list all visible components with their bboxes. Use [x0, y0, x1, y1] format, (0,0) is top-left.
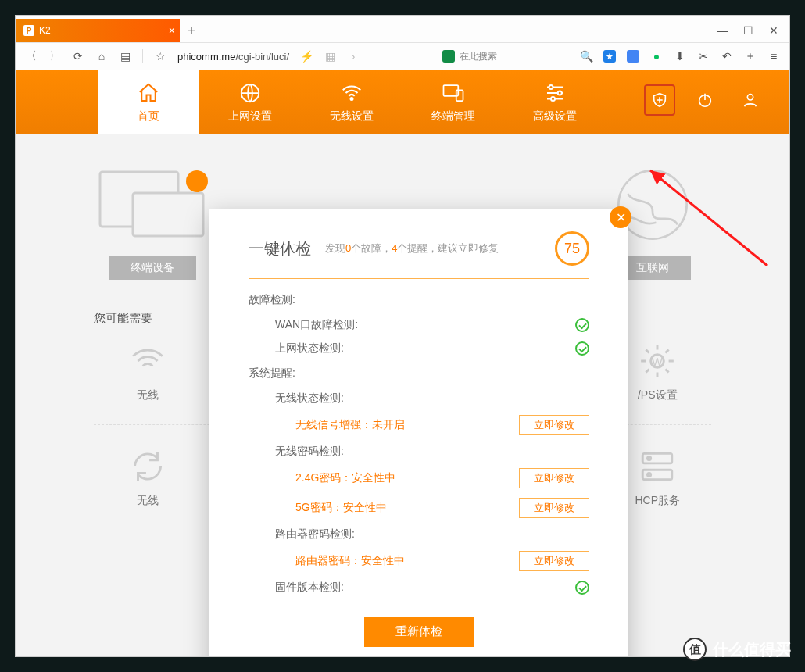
warn-router-pwd: 路由器密码：安全性中立即修改	[249, 546, 589, 576]
svg-point-7	[549, 85, 553, 89]
reload-icon[interactable]: ⟳	[72, 50, 84, 63]
nav-internet[interactable]: 上网设置	[199, 70, 301, 134]
star-icon[interactable]: ☆	[154, 50, 166, 63]
cut-icon[interactable]: ✂	[697, 50, 710, 63]
svg-point-21	[648, 457, 651, 460]
undo-icon[interactable]: ↶	[721, 50, 733, 63]
top-nav: 首页 上网设置 无线设置 终端管理 高级设置	[16, 70, 789, 134]
section-system: 系统提醒:	[249, 366, 589, 381]
check-wifi-pwd: 无线密码检测:	[249, 440, 589, 463]
close-icon[interactable]: ✕	[769, 24, 778, 37]
search-box[interactable]: 在此搜索	[442, 50, 497, 63]
svg-point-9	[551, 97, 555, 101]
tab-favicon: P	[23, 25, 34, 36]
page-content: 首页 上网设置 无线设置 终端管理 高级设置	[16, 70, 789, 656]
fix-button[interactable]: 立即修改	[519, 551, 589, 571]
modal-title: 一键体检	[249, 238, 311, 259]
titlebar: P K2 × + — ☐ ✕	[16, 16, 789, 42]
svg-point-8	[558, 91, 562, 95]
minimize-icon[interactable]: —	[717, 24, 728, 37]
chevron-right-icon[interactable]: ›	[347, 50, 360, 63]
modal-divider	[249, 278, 589, 279]
back-icon[interactable]: 〈	[25, 50, 38, 63]
watermark-text: 什么值得买	[713, 639, 791, 660]
svg-point-4	[351, 98, 353, 100]
grid-wireless[interactable]: 无线	[94, 341, 202, 402]
nav-label: 无线设置	[330, 109, 374, 123]
qr-icon[interactable]: ▦	[324, 50, 336, 63]
modal-summary: 发现0个故障，4个提醒，建议立即修复	[325, 241, 499, 256]
home-icon	[137, 81, 160, 105]
wifi-icon	[340, 81, 363, 105]
check-ok-icon	[575, 341, 589, 356]
wechat-icon[interactable]: ●	[650, 50, 663, 63]
user-icon[interactable]	[735, 84, 766, 116]
translate-icon[interactable]	[627, 50, 639, 63]
svg-point-22	[648, 473, 651, 476]
nav-clients[interactable]: 终端管理	[402, 70, 504, 134]
reader-icon[interactable]: ▤	[119, 50, 131, 63]
home-icon[interactable]: ⌂	[95, 50, 108, 63]
svg-point-15	[186, 170, 208, 192]
svg-rect-14	[133, 193, 203, 236]
warn-wifi-boost: 无线信号增强：未开启立即修改	[249, 410, 589, 440]
nav-home[interactable]: 首页	[98, 70, 199, 134]
nav-label: 上网设置	[228, 109, 272, 123]
bookmark-icon[interactable]: ★	[603, 50, 616, 63]
check-firmware: 固件版本检测:	[249, 576, 589, 599]
sliders-icon	[543, 81, 567, 105]
tab-title: K2	[39, 25, 51, 36]
url-field[interactable]: phicomm.me/cgi-bin/luci/	[177, 51, 289, 63]
check-wan: WAN口故障检测:	[249, 313, 589, 337]
browser-window: P K2 × + — ☐ ✕ 〈 〉 ⟳ ⌂ ▤ ☆ phicomm.me/cg…	[16, 16, 789, 656]
recheck-button[interactable]: 重新体检	[364, 617, 474, 647]
devices-icon	[442, 81, 465, 105]
svg-point-16	[618, 170, 686, 238]
new-tab-button[interactable]: +	[180, 19, 203, 42]
watermark: 值 什么值得买	[683, 638, 791, 661]
refresh-icon	[128, 447, 167, 486]
browser-tab[interactable]: P K2 ×	[16, 19, 180, 42]
download-icon[interactable]: ⬇	[674, 50, 686, 63]
warn-5g: 5G密码：安全性中立即修改	[249, 493, 589, 523]
nav-advanced[interactable]: 高级设置	[504, 70, 606, 134]
check-wifi-state: 无线状态检测:	[249, 387, 589, 410]
watermark-badge-icon: 值	[683, 638, 707, 661]
menu-icon[interactable]: ≡	[767, 50, 780, 63]
fix-button[interactable]: 立即修改	[519, 415, 589, 435]
grid-wireless2[interactable]: 无线	[94, 447, 202, 508]
nav-label: 终端管理	[431, 109, 475, 123]
nav-label: 首页	[138, 109, 159, 123]
svg-text:W: W	[652, 356, 663, 368]
magnifier-icon[interactable]: 🔍	[580, 50, 592, 63]
terminal-label: 终端设备	[109, 256, 196, 280]
nav-utilities	[644, 84, 766, 116]
health-score: 75	[555, 231, 589, 266]
fix-button[interactable]: 立即修改	[519, 468, 589, 488]
check-ok-icon	[575, 318, 589, 332]
window-controls: — ☐ ✕	[690, 19, 789, 42]
flash-icon[interactable]: ⚡	[300, 50, 313, 63]
forward-icon[interactable]: 〉	[48, 50, 61, 63]
monitor-icon	[94, 166, 211, 244]
check-router-pwd: 路由器密码检测:	[249, 523, 589, 546]
server-icon	[638, 447, 677, 486]
plus-icon[interactable]: ＋	[744, 50, 757, 63]
wifi-icon	[128, 341, 167, 381]
health-check-modal: ✕ 一键体检 发现0个故障，4个提醒，建议立即修复 75 故障检测: WAN口故…	[209, 209, 628, 656]
nav-label: 高级设置	[533, 109, 577, 123]
globe-icon	[238, 81, 262, 105]
warn-24g: 2.4G密码：安全性中立即修改	[249, 463, 589, 493]
tab-close-icon[interactable]: ×	[169, 24, 175, 37]
check-ok-icon	[575, 581, 589, 595]
maximize-icon[interactable]: ☐	[743, 24, 753, 37]
svg-point-11	[747, 95, 753, 100]
gear-icon: W	[638, 341, 677, 381]
fix-button[interactable]: 立即修改	[519, 498, 589, 518]
modal-close-icon[interactable]: ✕	[610, 206, 631, 228]
power-icon[interactable]	[689, 84, 721, 116]
nav-wireless[interactable]: 无线设置	[301, 70, 402, 134]
health-check-icon[interactable]	[644, 84, 675, 116]
terminal-card[interactable]: 终端设备	[94, 166, 211, 280]
section-faults: 故障检测:	[249, 293, 589, 307]
